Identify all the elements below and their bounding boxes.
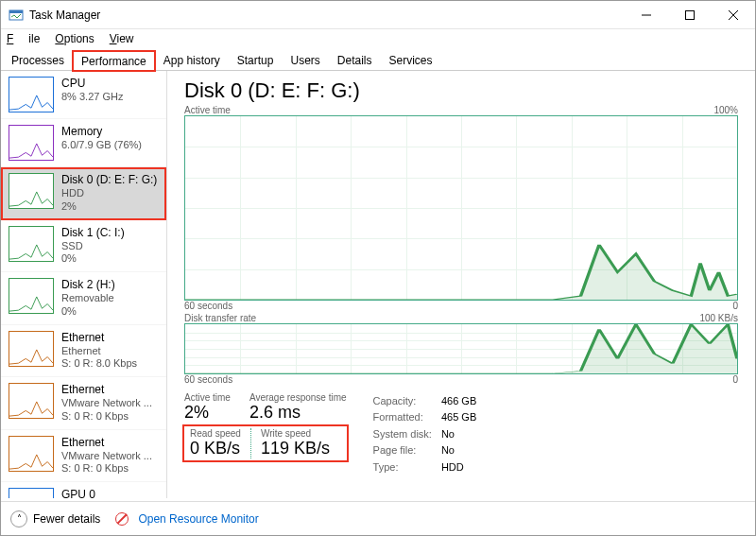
detail-pane: Disk 0 (D: E: F: G:) Active time 100% 60… <box>167 71 755 498</box>
thumb-chart <box>9 278 54 314</box>
sidebar-item-ethernet[interactable]: EthernetVMware Network ...S: 0 R: 0 Kbps <box>1 377 166 430</box>
thumb-chart <box>9 436 54 472</box>
sb-name: Memory <box>61 125 142 139</box>
detail-title: Disk 0 (D: E: F: G:) <box>184 78 738 103</box>
sb-sub2: S: 0 R: 0 Kbps <box>61 462 152 475</box>
taskmgr-icon <box>9 8 24 23</box>
sb-sub1: 6.0/7.9 GB (76%) <box>61 139 142 152</box>
close-button[interactable] <box>712 1 755 29</box>
resource-monitor-icon <box>115 512 129 526</box>
sb-sub2: 0% <box>61 252 125 266</box>
tab-startup[interactable]: Startup <box>229 50 283 70</box>
chart2-label: Disk transfer rate <box>184 313 256 323</box>
sb-sub2: 2% <box>61 200 157 214</box>
sb-sub2: S: 0 R: 8.0 Kbps <box>61 357 137 371</box>
chart1-axis-r: 0 <box>732 301 738 311</box>
stat-active-time: Active time 2% <box>184 392 231 423</box>
tab-performance[interactable]: Performance <box>73 51 155 71</box>
titlebar: Task Manager <box>1 1 755 29</box>
thumb-chart <box>9 226 54 262</box>
sb-name: CPU <box>61 77 123 91</box>
sidebar-item-disk[interactable]: Disk 0 (D: E: F: G:)HDD2% <box>1 167 166 220</box>
chart1-label: Active time <box>184 105 231 115</box>
chart2-axis-l: 60 seconds <box>184 374 232 385</box>
sb-sub1: Ethernet <box>61 345 137 358</box>
svg-marker-6 <box>185 245 737 300</box>
sb-name: Ethernet <box>61 331 137 345</box>
active-time-chart <box>184 115 738 301</box>
svg-rect-1 <box>9 10 23 13</box>
chart1-max: 100% <box>713 105 738 115</box>
menu-options[interactable]: Options <box>55 32 94 45</box>
sb-sub2: S: 0 R: 0 Kbps <box>61 410 152 424</box>
transfer-rate-chart <box>184 323 738 374</box>
sb-sub1: 8% 3.27 GHz <box>61 91 123 104</box>
menu-file[interactable]: File <box>7 32 40 45</box>
minimize-button[interactable] <box>625 1 668 29</box>
thumb-chart <box>9 77 54 112</box>
thumb-chart <box>9 488 54 498</box>
sidebar-item-ethernet[interactable]: EthernetVMware Network ...S: 0 R: 0 Kbps <box>1 430 166 483</box>
tab-services[interactable]: Services <box>381 50 441 70</box>
footer: ˄ Fewer details Open Resource Monitor <box>1 501 755 535</box>
thumb-chart <box>9 173 54 209</box>
tab-details[interactable]: Details <box>329 50 381 70</box>
sb-sub2: 0% <box>61 305 115 319</box>
maximize-button[interactable] <box>668 1 712 29</box>
stat-avg-response: Average response time 2.6 ms <box>249 392 347 423</box>
sb-sub1: VMware Network ... <box>61 450 152 463</box>
open-resource-monitor-link[interactable]: Open Resource Monitor <box>138 512 258 526</box>
chart1-axis-l: 60 seconds <box>184 301 232 311</box>
sb-name: Ethernet <box>61 383 152 397</box>
sb-sub1: Removable <box>61 292 115 305</box>
sb-name: Disk 1 (C: I:) <box>61 226 125 240</box>
sidebar-item-gpu[interactable]: GPU 0 <box>1 482 166 498</box>
tab-app-history[interactable]: App history <box>155 50 229 70</box>
sb-name: GPU 0 <box>61 488 95 498</box>
tab-processes[interactable]: Processes <box>3 50 73 70</box>
window-title: Task Manager <box>29 9 625 22</box>
thumb-chart <box>9 383 54 419</box>
sidebar-item-ethernet[interactable]: EthernetEthernetS: 0 R: 8.0 Kbps <box>1 325 166 378</box>
sb-name: Disk 2 (H:) <box>61 278 115 292</box>
sidebar-item-cpu[interactable]: CPU8% 3.27 GHz <box>1 71 166 119</box>
tab-bar: ProcessesPerformanceApp historyStartupUs… <box>1 48 755 71</box>
thumb-chart <box>9 331 54 367</box>
menubar: File Options View <box>1 29 755 48</box>
stat-write-speed: Write speed 119 KB/s <box>261 428 330 458</box>
menu-view[interactable]: View <box>110 32 134 45</box>
thumb-chart <box>9 125 54 161</box>
svg-marker-7 <box>185 324 737 373</box>
svg-rect-3 <box>686 10 695 19</box>
sidebar-item-disk[interactable]: Disk 1 (C: I:)SSD0% <box>1 220 166 273</box>
disk-info-table: Capacity:466 GB Formatted:465 GB System … <box>371 392 479 476</box>
sb-sub1: SSD <box>61 240 125 253</box>
sidebar-item-disk[interactable]: Disk 2 (H:)Removable0% <box>1 272 166 325</box>
chart2-max: 100 KB/s <box>699 313 738 323</box>
read-write-box: Read speed 0 KB/s Write speed 119 KB/s <box>184 426 347 460</box>
sidebar-item-memory[interactable]: Memory6.0/7.9 GB (76%) <box>1 119 166 167</box>
sb-sub1: HDD <box>61 187 157 200</box>
sb-sub1: VMware Network ... <box>61 397 152 410</box>
sb-name: Disk 0 (D: E: F: G:) <box>61 173 157 187</box>
fewer-details-button[interactable]: ˄ Fewer details <box>10 510 100 527</box>
perf-sidebar: CPU8% 3.27 GHzMemory6.0/7.9 GB (76%)Disk… <box>1 71 167 498</box>
tab-users[interactable]: Users <box>282 50 328 70</box>
chart2-axis-r: 0 <box>732 374 738 385</box>
sb-name: Ethernet <box>61 436 152 450</box>
chevron-up-icon: ˄ <box>10 510 27 527</box>
stat-read-speed: Read speed 0 KB/s <box>190 428 241 458</box>
